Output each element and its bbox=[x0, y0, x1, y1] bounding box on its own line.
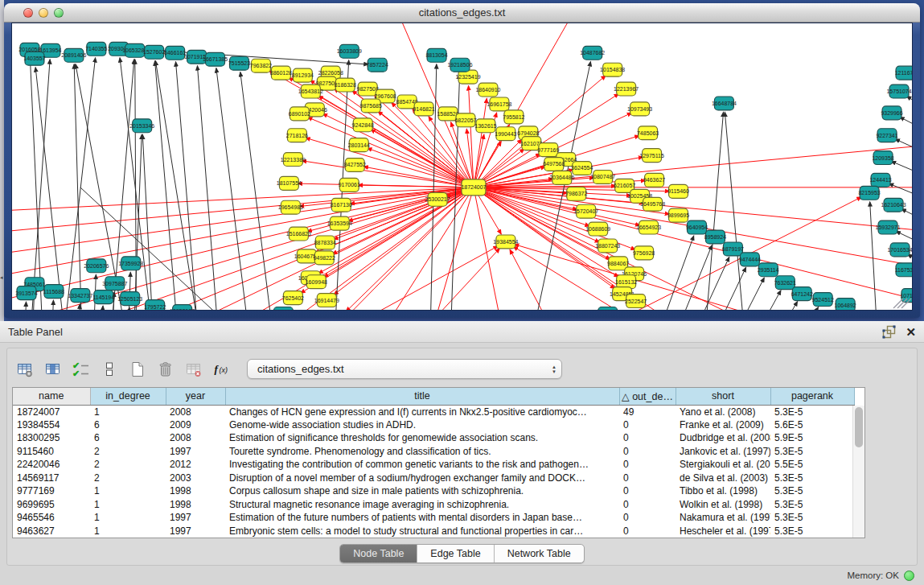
graph-node[interactable]: 7625402 bbox=[282, 291, 304, 305]
graph-node[interactable]: 1145194 bbox=[92, 290, 114, 304]
graph-node[interactable]: 7485063 bbox=[637, 126, 659, 140]
graph-edge[interactable] bbox=[120, 58, 157, 310]
graph-node[interactable]: 16914479 bbox=[314, 294, 339, 307]
graph-node[interactable]: 7857224 bbox=[367, 58, 388, 72]
graph-node[interactable]: 2803144 bbox=[348, 138, 370, 152]
graph-node[interactable]: 16961758 bbox=[487, 97, 511, 111]
graph-node[interactable]: 1990443 bbox=[495, 127, 516, 141]
graph-node[interactable]: 16210643 bbox=[881, 198, 906, 212]
graph-edge[interactable] bbox=[76, 64, 133, 310]
graph-node[interactable]: 1795722 bbox=[144, 300, 166, 310]
graph-edge[interactable] bbox=[12, 187, 474, 256]
graph-node[interactable]: 6890102 bbox=[289, 107, 310, 121]
graph-node[interactable]: 15135141 bbox=[595, 307, 620, 310]
graph-node[interactable]: 7632621 bbox=[774, 276, 796, 290]
graph-node[interactable]: 15751074 bbox=[886, 84, 911, 98]
graph-edge[interactable] bbox=[389, 249, 499, 310]
graph-edge[interactable] bbox=[307, 117, 474, 187]
column-header-name[interactable]: name bbox=[13, 388, 90, 405]
graph-node[interactable]: 1403557 bbox=[23, 51, 45, 65]
graph-edge[interactable] bbox=[240, 72, 277, 310]
graph-node[interactable]: 2935114 bbox=[758, 263, 779, 277]
tab-edge-table[interactable]: Edge Table bbox=[417, 545, 494, 562]
graph-edge[interactable] bbox=[23, 302, 27, 310]
minimize-window-button[interactable] bbox=[39, 8, 48, 18]
graph-node[interactable]: 1167531 bbox=[895, 263, 912, 277]
graph-node[interactable]: 10487682 bbox=[580, 46, 605, 60]
graph-node[interactable]: 1244413 bbox=[869, 173, 891, 187]
graph-edge[interactable] bbox=[474, 187, 912, 307]
graph-edge[interactable] bbox=[155, 61, 204, 310]
graph-edge[interactable] bbox=[901, 209, 912, 230]
graph-node[interactable]: 7140355 bbox=[85, 42, 107, 56]
table-scrollbar-thumb[interactable] bbox=[855, 407, 863, 447]
graph-node[interactable]: 8215953 bbox=[858, 186, 880, 200]
graph-edge[interactable] bbox=[738, 290, 781, 310]
graph-edge[interactable] bbox=[900, 117, 912, 139]
graph-node[interactable]: 1362615 bbox=[474, 119, 496, 133]
graph-node[interactable]: 9756928 bbox=[633, 246, 655, 260]
graph-node[interactable]: 6822057 bbox=[454, 113, 476, 127]
graph-node[interactable]: 1211674 bbox=[895, 66, 912, 80]
table-row[interactable]: 1830029562008Estimation of significance … bbox=[13, 431, 854, 445]
graph-node[interactable]: 12505123 bbox=[117, 292, 142, 306]
graph-node[interactable]: 1064892 bbox=[835, 299, 856, 310]
graph-node[interactable]: 9329966 bbox=[881, 106, 902, 120]
graph-node[interactable]: 8167130 bbox=[331, 198, 352, 212]
table-row[interactable]: 946554611997Estimation of the future num… bbox=[13, 511, 854, 525]
graph-edge[interactable] bbox=[474, 98, 487, 187]
graph-edge[interactable] bbox=[358, 185, 474, 187]
table-settings-button[interactable] bbox=[14, 358, 36, 381]
graph-edge[interactable] bbox=[895, 139, 912, 161]
graph-node[interactable]: 15166823 bbox=[286, 227, 311, 241]
graph-node[interactable]: 12975115 bbox=[639, 149, 664, 163]
graph-edge[interactable] bbox=[906, 96, 912, 119]
graph-node[interactable]: 10958107 bbox=[170, 305, 195, 310]
graph-node[interactable]: 8860128 bbox=[270, 66, 292, 80]
delete-table-button[interactable] bbox=[154, 358, 177, 381]
graph-node[interactable]: 9170061 bbox=[339, 178, 360, 192]
split-view-button[interactable] bbox=[98, 358, 121, 381]
column-header-out_de[interactable]: △ out_de… bbox=[619, 388, 676, 405]
graph-node[interactable]: 17359928 bbox=[118, 257, 143, 270]
graph-node[interactable]: 9498222 bbox=[314, 251, 335, 265]
graph-node[interactable]: 30975887 bbox=[102, 277, 127, 290]
zoom-window-button[interactable] bbox=[54, 8, 64, 18]
destroy-table-button[interactable] bbox=[183, 358, 205, 381]
graph-node[interactable]: 17016534 bbox=[887, 243, 912, 257]
graph-node[interactable]: 9227341 bbox=[876, 129, 897, 142]
graph-edge[interactable] bbox=[216, 68, 253, 310]
graph-edge[interactable] bbox=[12, 187, 474, 278]
graph-node[interactable]: 16495768 bbox=[640, 197, 665, 211]
column-header-in_degree[interactable]: in_degree bbox=[90, 388, 166, 405]
graph-node[interactable]: 10973493 bbox=[627, 102, 652, 116]
graph-node[interactable]: 15932971 bbox=[876, 220, 901, 234]
graph-node[interactable]: 7955812 bbox=[503, 110, 524, 124]
graph-node[interactable]: 20206576 bbox=[84, 259, 109, 273]
network-canvas[interactable]: 7963822886012889129342822605898275051654… bbox=[11, 23, 913, 311]
graph-node[interactable]: 18640910 bbox=[475, 83, 500, 97]
graph-node[interactable]: 8427552 bbox=[344, 159, 366, 172]
create-table-button[interactable] bbox=[126, 358, 149, 381]
table-selector-dropdown[interactable]: citations_edges.txt ▲▼ bbox=[247, 359, 562, 379]
graph-node[interactable]: 9115460 bbox=[667, 184, 689, 198]
graph-node[interactable]: 9875685 bbox=[360, 99, 382, 113]
graph-edge[interactable] bbox=[725, 112, 747, 310]
column-header-year[interactable]: year bbox=[166, 388, 225, 405]
graph-edge[interactable] bbox=[891, 161, 912, 183]
graph-edge[interactable] bbox=[346, 187, 474, 310]
graph-node[interactable]: 16353594 bbox=[327, 216, 352, 230]
table-scrollbar[interactable] bbox=[852, 406, 864, 538]
graph-node[interactable]: 16648784 bbox=[712, 97, 737, 110]
graph-node[interactable]: 9146821 bbox=[413, 102, 434, 116]
graph-edge[interactable] bbox=[469, 86, 474, 187]
table-row[interactable]: 946362711997Embryonic stem cells: a mode… bbox=[13, 525, 854, 538]
graph-node[interactable]: 18724007 bbox=[461, 179, 486, 196]
graph-edge[interactable] bbox=[176, 62, 201, 310]
graph-node[interactable]: 1209358 bbox=[872, 151, 893, 165]
graph-node[interactable]: 19218506 bbox=[447, 58, 472, 72]
graph-edge[interactable] bbox=[30, 59, 43, 310]
table-row[interactable]: 1872400712008Changes of HCN gene express… bbox=[13, 405, 854, 418]
graph-node[interactable]: 3624554 bbox=[571, 162, 593, 175]
graph-node[interactable]: 20153346 bbox=[129, 119, 154, 133]
